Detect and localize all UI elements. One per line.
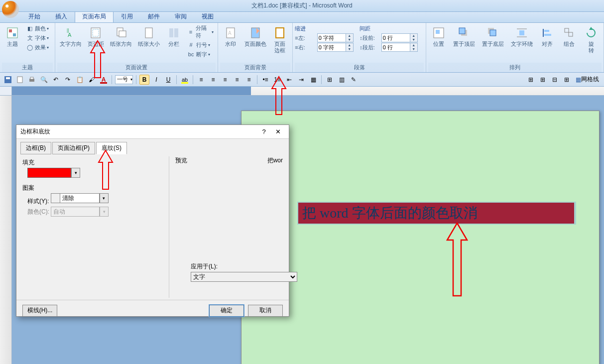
highlight-button[interactable]: ab [180, 75, 190, 85]
style-label: 样式(Y): [27, 198, 49, 205]
undo-button[interactable]: ↶ [51, 75, 61, 85]
group-button[interactable]: 组合 [559, 24, 580, 49]
rotate-button[interactable]: 旋 转 [581, 24, 602, 56]
position-button[interactable]: 位置 [428, 24, 449, 49]
underline-button[interactable]: U [163, 75, 173, 85]
ok-button[interactable]: 确定 [209, 305, 244, 317]
tab-view[interactable]: 视图 [194, 10, 221, 22]
watermark-label: 水印 [225, 41, 236, 47]
tab-home[interactable]: 开始 [21, 10, 48, 22]
theme-colors-button[interactable]: ◧颜色▾ [24, 24, 51, 33]
svg-rect-9 [145, 28, 152, 38]
align-label: 对齐 [542, 41, 553, 47]
indent-left-input[interactable] [317, 33, 346, 42]
bold-button[interactable]: B [139, 75, 149, 85]
gridlines-toggle[interactable]: ▦ 网格线 [574, 75, 601, 85]
borders-button[interactable]: ▦ [308, 75, 318, 85]
indent-right-spinner[interactable]: ▲▼ [346, 43, 354, 52]
indent-left-spinner[interactable]: ▲▼ [346, 33, 354, 42]
style-combo[interactable]: ▾ [51, 193, 109, 203]
svg-marker-36 [91, 41, 105, 78]
themes-button[interactable]: 主题 [2, 24, 23, 49]
indent-heading: 缩进 [295, 25, 359, 32]
columns-label: 分栏 [168, 41, 179, 47]
paste-button[interactable]: 📋 [75, 75, 85, 85]
watermark-icon: A [224, 26, 238, 40]
tab-review[interactable]: 审阅 [167, 10, 194, 22]
italic-button[interactable]: I [151, 75, 161, 85]
distributed-button[interactable]: ≡ [244, 75, 254, 85]
document-text[interactable]: 把 word 字体后面的颜色取消 [298, 203, 574, 224]
watermark-button[interactable]: A水印 [220, 24, 241, 49]
dialog-help-button[interactable]: ? [257, 126, 271, 137]
align-left-button[interactable]: ≡ [196, 75, 206, 85]
group-page-bg: A水印 页面颜色 页面 边框 页面背景 [218, 23, 293, 72]
apply-to-select[interactable]: 文字 [191, 272, 297, 282]
align-justify-button[interactable]: ≡ [232, 75, 242, 85]
text-wrap-button[interactable]: 文字环绕 [508, 24, 536, 49]
tab-references[interactable]: 引用 [114, 10, 140, 22]
space-after-spinner[interactable]: ▲▼ [410, 43, 418, 52]
space-before-spinner[interactable]: ▲▼ [410, 33, 418, 42]
apply-to-label: 应用于(L): [191, 262, 297, 271]
page-borders-button[interactable]: 页面 边框 [269, 24, 290, 56]
split-cells-button[interactable]: ⊞ [562, 75, 572, 85]
svg-rect-19 [459, 28, 465, 34]
new-button[interactable] [15, 75, 25, 85]
tab-mail[interactable]: 邮件 [140, 10, 167, 22]
theme-fonts-button[interactable]: 文字体▾ [24, 33, 51, 42]
size-button[interactable]: 纸张大小 [135, 24, 162, 49]
breaks-button[interactable]: ≡分隔符▾ [185, 24, 216, 40]
vertical-ruler[interactable] [0, 96, 12, 364]
separator [193, 75, 193, 84]
office-button[interactable] [2, 1, 19, 18]
line-numbers-button[interactable]: #行号▾ [185, 40, 216, 49]
dialog-tab-borders[interactable]: 边框(B) [20, 142, 51, 154]
redo-button[interactable]: ↷ [63, 75, 73, 85]
horizontal-ruler[interactable] [0, 87, 604, 96]
bring-front-button[interactable]: 置于顶层 [450, 24, 478, 49]
theme-effects-button[interactable]: ◯效果▾ [24, 43, 51, 52]
increase-indent-button[interactable]: ⇥ [296, 75, 306, 85]
align-center-button[interactable]: ≡ [208, 75, 218, 85]
svg-rect-32 [6, 77, 10, 79]
group-arrange: 位置 置于顶层 置于底层 文字环绕 对齐 组合 旋 转 排列 [426, 23, 604, 72]
dialog-close-button[interactable]: ✕ [271, 126, 285, 137]
effects-icon: ◯ [26, 43, 34, 51]
insert-cols-button[interactable]: ⊞ [538, 75, 548, 85]
print-button[interactable] [27, 75, 37, 85]
size-label: 纸张大小 [138, 41, 160, 47]
group-icon [562, 26, 576, 40]
insert-rows-button[interactable]: ⊞ [526, 75, 536, 85]
merge-cells-button[interactable]: ⊟ [550, 75, 560, 85]
table-button[interactable]: ⊞ [325, 75, 335, 85]
group-paragraph: 缩进 ≡左:▲▼ ≡右:▲▼ 间距 ↕段前:▲▼ ↕段后:▲▼ 段落 [293, 23, 426, 72]
separator [112, 75, 112, 84]
align-button[interactable]: 对齐 [537, 24, 558, 49]
separator [321, 75, 322, 84]
horizontal-line-button[interactable]: 横线(H)... [22, 305, 57, 317]
send-back-button[interactable]: 置于底层 [479, 24, 507, 49]
font-size-combo[interactable]: 一号▾ [115, 75, 133, 84]
tab-layout[interactable]: 页面布局 [75, 10, 114, 22]
fill-color-swatch[interactable] [27, 168, 71, 178]
space-after-input[interactable] [381, 43, 410, 52]
align-right-button[interactable]: ≡ [220, 75, 230, 85]
columns-button[interactable]: 分栏 [163, 24, 184, 49]
space-before-input[interactable] [381, 33, 410, 42]
page-color-button[interactable]: 页面颜色 [242, 24, 268, 49]
tab-insert[interactable]: 插入 [48, 10, 75, 22]
drawing-button[interactable]: ✎ [349, 75, 359, 85]
breaks-icon: ≡ [187, 28, 195, 36]
text-direction-button[interactable]: ||A文字方向 [57, 24, 84, 49]
cancel-button[interactable]: 取消 [248, 305, 283, 317]
hyphenation-button[interactable]: bc断字▾ [185, 50, 216, 59]
columns-qat-button[interactable]: ▥ [337, 75, 347, 85]
indent-right-input[interactable] [317, 43, 346, 52]
dialog-body: 填充 ▾ 图案 样式(Y): ▾ 颜色(C): ▾ 预览 把wor 应用于(L)… [16, 154, 289, 300]
dialog-tab-page-borders[interactable]: 页面边框(P) [52, 142, 95, 154]
save-button[interactable] [3, 75, 13, 85]
preview-button[interactable]: 🔍 [39, 75, 49, 85]
orientation-button[interactable]: 纸张方向 [108, 24, 134, 49]
fill-color-dropdown[interactable]: ▾ [71, 168, 80, 178]
